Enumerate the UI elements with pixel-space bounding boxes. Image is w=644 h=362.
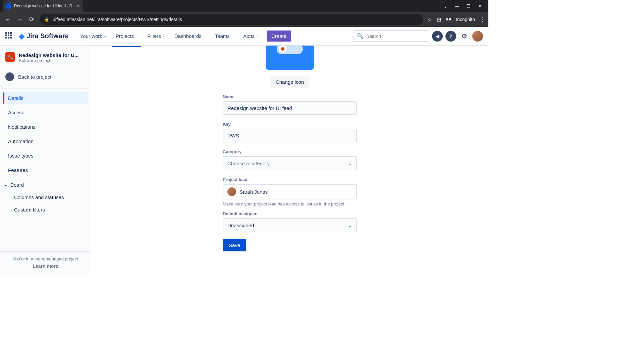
back-icon[interactable]: ←: [3, 16, 11, 23]
sidebar-footer: You're in a team-managed project Learn m…: [0, 251, 91, 274]
project-icon: 🔧: [5, 52, 15, 62]
address-bar: ← → ⟳ 🔒 uifeed.atlassian.net/jira/softwa…: [0, 12, 488, 27]
save-button[interactable]: Save: [223, 239, 246, 251]
nav-dashboards[interactable]: Dashboards ⌄: [171, 31, 209, 42]
nav-teams[interactable]: Teams ⌄: [212, 31, 237, 42]
category-select[interactable]: Choose a category ⌄: [223, 156, 357, 170]
field-project-lead: Project lead Sarah Jonas Make sure your …: [223, 177, 357, 206]
sidebar-item-columns[interactable]: Columns and statuses: [3, 191, 88, 203]
name-input[interactable]: [223, 101, 357, 115]
tabs-dropdown-icon[interactable]: ⌄: [444, 4, 447, 9]
chevron-down-icon: ⌄: [135, 34, 138, 38]
settings-gear-icon[interactable]: ⚙: [459, 31, 470, 42]
search-box[interactable]: 🔍: [353, 30, 429, 42]
chevron-down-icon: ⌄: [231, 34, 234, 38]
project-type: Software project: [19, 58, 86, 63]
assignee-select[interactable]: Unassigned ⌄: [223, 218, 357, 232]
assignee-value: Unassigned: [227, 223, 254, 228]
forward-icon[interactable]: →: [15, 16, 23, 23]
create-button[interactable]: Create: [267, 31, 291, 42]
field-key: Key: [223, 122, 357, 142]
reload-icon[interactable]: ⟳: [28, 16, 36, 23]
jira-logo-icon: ◆: [19, 32, 24, 41]
change-icon-button[interactable]: Change icon: [270, 76, 309, 87]
search-icon: 🔍: [357, 33, 364, 39]
notifications-icon[interactable]: ◀: [432, 31, 443, 42]
sidebar-item-features[interactable]: Features: [3, 164, 88, 176]
lead-label: Project lead: [223, 177, 357, 182]
sidebar-group-board[interactable]: ⌄ Board: [3, 178, 88, 191]
main-layout: 🔧 Redesign website for U... Software pro…: [0, 46, 488, 274]
new-tab-button[interactable]: +: [87, 3, 91, 10]
project-header: 🔧 Redesign website for U... Software pro…: [0, 52, 91, 69]
nav-apps[interactable]: Apps ⌄: [240, 31, 262, 42]
sidebar-item-automation[interactable]: Automation: [3, 135, 88, 147]
key-input[interactable]: [223, 129, 357, 142]
category-placeholder: Choose a category: [227, 161, 270, 166]
search-input[interactable]: [366, 34, 425, 39]
close-window-icon[interactable]: ✕: [478, 4, 482, 9]
nav-projects[interactable]: Projects ⌄: [112, 31, 141, 42]
incognito-label: Incognito: [456, 17, 475, 22]
icon-section: Change icon: [223, 46, 357, 87]
lead-select[interactable]: Sarah Jonas: [223, 184, 357, 199]
sidebar: 🔧 Redesign website for U... Software pro…: [0, 46, 91, 274]
jira-favicon: [5, 2, 13, 10]
close-tab-icon[interactable]: ✕: [76, 3, 80, 9]
chevron-down-icon: ⌄: [104, 34, 106, 38]
nav-filters[interactable]: Filters ⌄: [144, 31, 168, 42]
tab-title: Redesign website for UI feed - D: [14, 4, 73, 8]
footer-text: You're in a team-managed project: [5, 256, 86, 261]
chevron-down-icon: ⌄: [4, 182, 8, 188]
extensions-icon[interactable]: ⊞: [437, 16, 441, 23]
url-text: uifeed.atlassian.net/jira/software/proje…: [53, 17, 182, 22]
learn-more-link[interactable]: Learn more: [5, 263, 86, 269]
sidebar-menu[interactable]: Details Access Notifications Automation …: [0, 92, 91, 251]
tab-bar: Redesign website for UI feed - D ✕ + ⌄ —…: [0, 0, 488, 12]
chevron-down-icon: ⌄: [162, 34, 165, 38]
field-category: Category Choose a category ⌄: [223, 149, 357, 170]
back-arrow-icon: ←: [5, 72, 14, 81]
lead-avatar: [227, 187, 236, 196]
toggle-illustration: [277, 46, 303, 54]
minimize-icon[interactable]: —: [455, 4, 459, 9]
chevron-down-icon: ⌄: [348, 222, 352, 228]
browser-menu-icon[interactable]: ⋮: [480, 16, 485, 23]
jira-header: ◆ Jira Software Your work ⌄ Projects ⌄ F…: [0, 27, 488, 46]
nav-your-work[interactable]: Your work ⌄: [77, 31, 110, 42]
field-name: Name: [223, 94, 357, 115]
sidebar-item-details[interactable]: Details: [3, 92, 88, 104]
help-icon[interactable]: ?: [445, 31, 456, 42]
project-details-form: Change icon Name Key Category Choose a c…: [223, 46, 357, 274]
incognito-icon: 🕶: [446, 16, 451, 22]
lead-name: Sarah Jonas: [239, 189, 268, 195]
lock-icon: 🔒: [44, 17, 49, 22]
chevron-down-icon: ⌄: [203, 34, 206, 38]
sidebar-item-issue-types[interactable]: Issue types: [3, 149, 88, 162]
url-box[interactable]: 🔒 uifeed.atlassian.net/jira/software/pro…: [40, 14, 423, 25]
back-to-project-link[interactable]: ← Back to project: [0, 69, 91, 88]
maximize-icon[interactable]: ❐: [467, 4, 471, 9]
chevron-down-icon: ⌄: [256, 34, 259, 38]
product-name: Jira Software: [26, 32, 69, 40]
sidebar-item-access[interactable]: Access: [3, 106, 88, 119]
project-name: Redesign website for U...: [19, 52, 79, 58]
bookmark-star-icon[interactable]: ☆: [427, 16, 432, 23]
lead-help-text: Make sure your project lead has access t…: [223, 201, 357, 206]
key-label: Key: [223, 122, 357, 127]
user-avatar[interactable]: [472, 31, 483, 42]
window-controls: ⌄ — ❐ ✕: [444, 4, 486, 9]
browser-tab[interactable]: Redesign website for UI feed - D ✕: [3, 0, 83, 12]
sidebar-item-custom-filters[interactable]: Custom filters: [3, 203, 88, 216]
sidebar-item-notifications[interactable]: Notifications: [3, 121, 88, 133]
chevron-down-icon: ⌄: [348, 160, 352, 166]
name-label: Name: [223, 94, 357, 99]
content[interactable]: Change icon Name Key Category Choose a c…: [91, 46, 488, 274]
field-default-assignee: Default assignee Unassigned ⌄: [223, 211, 357, 232]
browser-chrome: Redesign website for UI feed - D ✕ + ⌄ —…: [0, 0, 488, 27]
project-avatar: [266, 46, 314, 70]
category-label: Category: [223, 149, 357, 154]
assignee-label: Default assignee: [223, 211, 357, 216]
jira-logo[interactable]: ◆ Jira Software: [19, 32, 69, 41]
app-switcher-icon[interactable]: [5, 32, 13, 40]
